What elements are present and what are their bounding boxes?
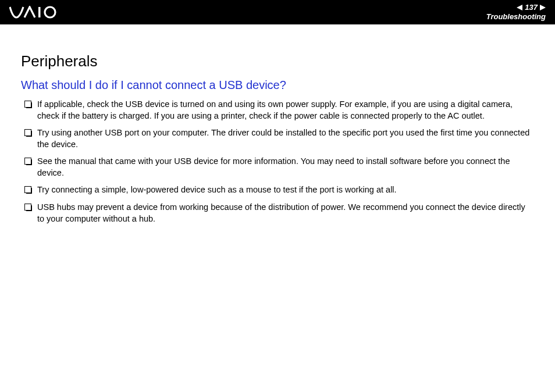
section-label: Troubleshooting [486, 12, 546, 22]
checkbox-bullet-icon [24, 129, 31, 136]
page-title: Peripherals [21, 52, 534, 70]
svg-rect-0 [38, 7, 41, 17]
svg-point-1 [45, 7, 55, 17]
list-item: Try using another USB port on your compu… [21, 127, 534, 150]
page-content: Peripherals What should I do if I cannot… [0, 24, 555, 224]
page-header: 137 Troubleshooting [0, 0, 555, 24]
answer-list: If applicable, check the USB device is t… [21, 99, 534, 224]
prev-page-arrow-icon[interactable] [517, 5, 522, 10]
header-right: 137 Troubleshooting [486, 3, 546, 21]
checkbox-bullet-icon [24, 186, 31, 193]
page-navigation: 137 [486, 3, 546, 12]
list-item-text: Try connecting a simple, low-powered dev… [37, 184, 534, 196]
list-item: See the manual that came with your USB d… [21, 156, 534, 179]
list-item-text: See the manual that came with your USB d… [37, 156, 534, 179]
checkbox-bullet-icon [24, 158, 31, 165]
list-item-text: Try using another USB port on your compu… [37, 127, 534, 150]
list-item-text: USB hubs may prevent a device from worki… [37, 202, 534, 224]
vaio-logo [9, 6, 67, 19]
checkbox-bullet-icon [24, 204, 31, 211]
list-item: If applicable, check the USB device is t… [21, 99, 534, 122]
next-page-arrow-icon[interactable] [540, 5, 546, 10]
checkbox-bullet-icon [24, 101, 31, 108]
list-item: USB hubs may prevent a device from worki… [21, 202, 534, 224]
list-item: Try connecting a simple, low-powered dev… [21, 184, 534, 196]
page-number: 137 [525, 3, 538, 12]
question-heading: What should I do if I cannot connect a U… [21, 79, 534, 92]
list-item-text: If applicable, check the USB device is t… [37, 99, 534, 122]
